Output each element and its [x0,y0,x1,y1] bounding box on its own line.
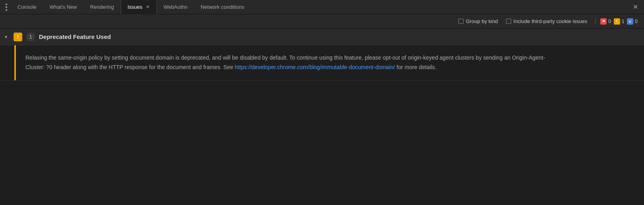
info-count: 0 [635,18,638,24]
tab-issues-close[interactable]: ✕ [145,4,150,10]
panel-close-button[interactable]: ✕ [628,0,642,14]
third-party-checkbox[interactable] [506,19,511,24]
group-by-kind-group: Group by kind [458,18,498,24]
more-tabs-button[interactable] [2,4,11,11]
tab-console[interactable]: Console [11,0,43,14]
tab-network-conditions[interactable]: Network conditions [194,0,251,14]
tab-webauthn-label: WebAuthn [163,4,187,10]
error-count: 0 [608,18,611,24]
issues-toolbar: Group by kind Include third-party cookie… [0,14,644,29]
group-by-kind-label[interactable]: Group by kind [466,18,498,24]
issue-message-suffix: for more details. [395,64,436,70]
tab-rendering-label: Rendering [90,4,114,10]
issue-content: Relaxing the same-origin policy by setti… [0,45,644,81]
warning-badge[interactable]: ! 1 [614,18,625,25]
issue-text: Relaxing the same-origin policy by setti… [16,45,572,80]
group-by-kind-checkbox[interactable] [458,19,464,24]
tab-console-label: Console [17,4,37,10]
info-badge[interactable]: ≡ 0 [627,18,638,25]
warning-icon: ! [614,18,620,25]
error-badge[interactable]: ✕ 0 [600,18,611,25]
chevron-down-icon: ▾ [5,34,10,40]
tab-bar: Console What's New Rendering Issues ✕ We… [0,0,644,14]
tab-whats-new-label: What's New [50,4,77,10]
close-icon: ✕ [633,3,638,11]
tab-network-conditions-label: Network conditions [201,4,244,10]
third-party-group: Include third-party cookie issues [506,18,588,24]
issue-type-icon: ! [14,33,22,41]
issue-section-title: Deprecated Feature Used [39,33,111,40]
warning-count: 1 [622,18,625,24]
tab-whats-new[interactable]: What's New [43,0,84,14]
issue-section-header[interactable]: ▾ ! 1 Deprecated Feature Used [0,29,644,45]
error-icon: ✕ [600,18,607,25]
tab-rendering[interactable]: Rendering [84,0,121,14]
issue-counts: ✕ 0 ! 1 ≡ 0 [595,18,638,25]
third-party-label[interactable]: Include third-party cookie issues [514,18,588,24]
issue-link[interactable]: https://developer.chrome.com/blog/immuta… [235,64,395,70]
tab-issues[interactable]: Issues ✕ [121,0,157,14]
tab-issues-label: Issues [128,4,143,10]
tab-webauthn[interactable]: WebAuthn [157,0,194,14]
issue-count: 1 [29,34,32,40]
info-icon: ≡ [627,18,633,25]
issue-count-bubble: 1 [26,33,35,41]
